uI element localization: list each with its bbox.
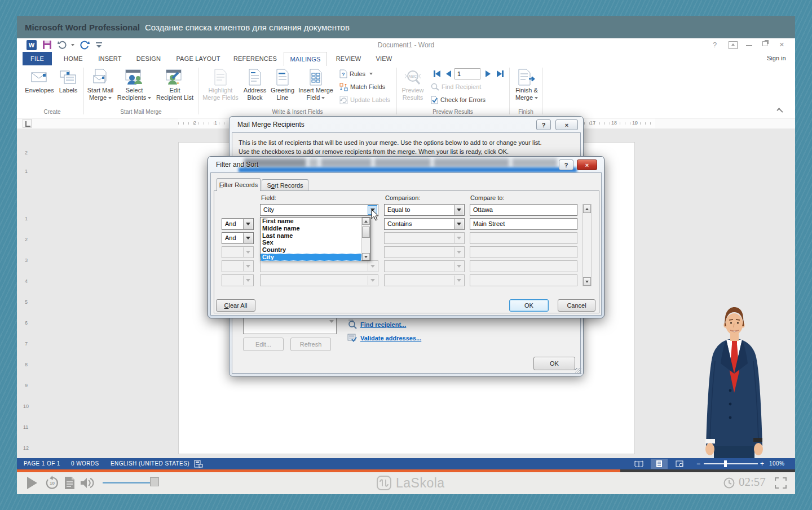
ruler-number: 17 xyxy=(590,120,595,126)
field-dropdown-item[interactable]: Sex xyxy=(261,239,361,246)
print-layout-button[interactable] xyxy=(651,459,668,469)
next-record-button[interactable] xyxy=(484,68,492,79)
language-indicator[interactable]: ENGLISH (UNITED STATES) xyxy=(111,458,189,469)
record-number-input[interactable] xyxy=(454,68,480,79)
brand-label: LaSkola xyxy=(396,476,445,491)
dialog-help-button[interactable]: ? xyxy=(559,159,573,170)
tab-review[interactable]: REVIEW xyxy=(332,52,365,65)
tab-stop-selector[interactable] xyxy=(23,119,32,128)
check-for-errors-button[interactable]: Check for Errors xyxy=(431,95,486,105)
dialog-title: Mail Merge Recipients xyxy=(237,121,304,128)
start-mail-merge-button[interactable]: Start Mail Merge xyxy=(86,68,115,107)
read-mode-button[interactable] xyxy=(630,459,647,469)
web-layout-button[interactable] xyxy=(671,459,688,469)
field-dropdown-item[interactable]: Last name xyxy=(261,232,361,240)
notes-icon[interactable] xyxy=(64,476,75,490)
combo-arrow-icon[interactable] xyxy=(454,205,464,215)
previous-record-button[interactable] xyxy=(444,68,452,79)
zoom-level[interactable]: 100% xyxy=(769,458,784,469)
dialog-close-button[interactable]: × xyxy=(577,159,597,170)
tab-view[interactable]: VIEW xyxy=(369,52,399,65)
fullscreen-icon[interactable] xyxy=(775,477,787,489)
ruler-number: 1 xyxy=(25,168,28,174)
tab-home[interactable]: HOME xyxy=(56,52,90,65)
rules-button[interactable]: ? Rules xyxy=(339,69,373,79)
status-bar: PAGE 1 OF 1 0 WORDS ENGLISH (UNITED STAT… xyxy=(17,458,795,469)
field-label: Field: xyxy=(261,194,276,201)
scroll-up-icon[interactable] xyxy=(583,205,591,213)
page-indicator[interactable]: PAGE 1 OF 1 xyxy=(24,458,60,469)
play-button[interactable] xyxy=(27,477,37,489)
comparison-combo[interactable]: Contains xyxy=(384,218,465,230)
first-record-button[interactable] xyxy=(432,68,442,79)
zoom-in-button[interactable]: + xyxy=(760,458,764,469)
recipients-ok-button[interactable]: OK xyxy=(533,357,575,370)
tab-references[interactable]: REFERENCES xyxy=(231,52,279,65)
macro-record-icon[interactable] xyxy=(194,460,203,468)
restore-icon[interactable] xyxy=(762,41,767,46)
tab-sort-records[interactable]: Sort Records xyxy=(262,179,308,190)
volume-slider-thumb[interactable] xyxy=(150,477,159,486)
minimize-icon[interactable] xyxy=(746,45,752,46)
field-combo[interactable]: City xyxy=(260,204,378,216)
finish-merge-button[interactable]: Finish & Merge xyxy=(512,68,541,107)
greeting-line-button[interactable]: Greeting Line xyxy=(270,68,295,107)
scroll-down-icon[interactable] xyxy=(583,277,591,286)
word-count[interactable]: 0 WORDS xyxy=(71,458,99,469)
clear-all-button[interactable]: Clear All xyxy=(216,299,255,312)
insert-merge-field-button[interactable]: Insert Merge Field xyxy=(297,68,335,107)
edit-recipient-list-button[interactable]: Edit Recipient List xyxy=(153,68,196,107)
labels-button[interactable]: Labels xyxy=(55,68,81,107)
comparison-combo-disabled xyxy=(384,260,465,272)
scroll-down-icon[interactable] xyxy=(362,253,370,260)
tab-mailings[interactable]: MAILINGS xyxy=(284,52,327,66)
scroll-thumb[interactable] xyxy=(362,227,370,238)
compare-to-input[interactable]: Ottawa xyxy=(470,204,577,216)
ruler-number: 4 xyxy=(25,278,28,284)
compare-to-input-disabled xyxy=(470,232,577,244)
and-or-combo[interactable]: And xyxy=(222,218,254,230)
combo-arrow-icon[interactable] xyxy=(243,233,253,243)
match-fields-button[interactable]: Match Fields xyxy=(339,82,385,92)
resize-grip[interactable] xyxy=(575,368,581,374)
sign-in-link[interactable]: Sign in xyxy=(767,55,786,61)
field-dropdown-item[interactable]: Country xyxy=(261,246,361,254)
zoom-slider-track[interactable] xyxy=(704,463,758,464)
field-dropdown-item[interactable]: City xyxy=(261,254,361,261)
word-titlebar: W Document1 - Word ? × xyxy=(17,38,795,52)
field-dropdown-item[interactable]: Middle name xyxy=(261,225,361,232)
envelopes-button[interactable]: Envelopes xyxy=(25,68,54,107)
address-block-button[interactable]: Address Block xyxy=(241,68,268,107)
tab-filter-records[interactable]: Filter Records xyxy=(217,178,261,191)
field-dropdown-item[interactable]: First name xyxy=(261,218,361,225)
select-recipients-button[interactable]: Select Recipients xyxy=(117,68,151,107)
rows-scrollbar[interactable] xyxy=(582,204,592,286)
filter-ok-button[interactable]: OK xyxy=(509,299,549,312)
zoom-out-button[interactable]: − xyxy=(696,458,700,469)
ribbon-display-options-icon[interactable] xyxy=(729,41,738,49)
combo-arrow-icon[interactable] xyxy=(243,219,253,229)
tab-insert[interactable]: INSERT xyxy=(93,52,127,65)
volume-icon[interactable] xyxy=(80,477,95,489)
dropdown-scrollbar[interactable] xyxy=(361,218,370,260)
comparison-combo[interactable]: Equal to xyxy=(384,204,465,216)
close-icon[interactable]: × xyxy=(779,40,784,49)
dialog-close-button[interactable]: × xyxy=(555,119,578,130)
compare-to-input[interactable]: Main Street xyxy=(470,218,577,230)
scroll-up-icon[interactable] xyxy=(362,218,370,225)
dialog-help-button[interactable]: ? xyxy=(536,119,551,130)
tab-page-layout[interactable]: PAGE LAYOUT xyxy=(171,52,226,65)
help-icon[interactable]: ? xyxy=(713,41,717,50)
vertical-ruler[interactable]: 21123456789101112 xyxy=(21,128,32,458)
collapse-ribbon-icon[interactable] xyxy=(777,109,783,113)
find-recipient-link[interactable]: Find recipient... xyxy=(360,321,406,328)
last-record-button[interactable] xyxy=(495,68,505,79)
zoom-slider-thumb[interactable] xyxy=(724,460,727,467)
combo-arrow-icon[interactable] xyxy=(454,219,464,229)
tab-file[interactable]: FILE xyxy=(23,52,52,65)
tab-design[interactable]: DESIGN xyxy=(131,52,166,65)
filter-cancel-button[interactable]: Cancel xyxy=(558,299,595,312)
and-or-combo[interactable]: And xyxy=(222,232,254,244)
find-recipient-icon xyxy=(431,83,439,91)
validate-addresses-link[interactable]: Validate addresses... xyxy=(360,335,421,342)
